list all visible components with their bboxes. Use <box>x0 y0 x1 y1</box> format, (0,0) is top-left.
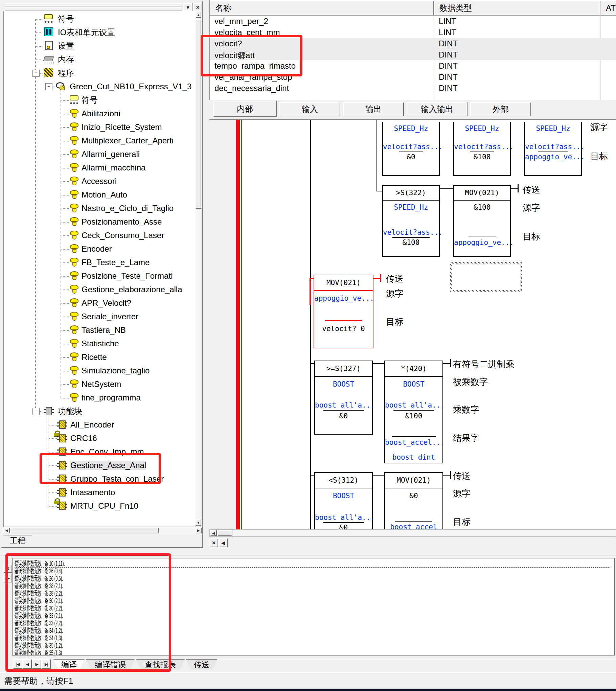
tree-item-fine_programma[interactable]: fine_programma <box>4 391 195 404</box>
instruction-block-speed3[interactable]: SPEED_Hz velocit?ass... appoggio_ve... <box>524 122 582 176</box>
tree-item-Accessori[interactable]: Accessori <box>4 175 195 188</box>
table-row-dec_necessaria_dint[interactable]: dec_necessaria_dintDINT <box>210 83 616 94</box>
tree-guide-stub <box>48 452 57 452</box>
tree-item-MRTU_CPU_Fn10[interactable]: MRTU_CPU_Fn10 <box>4 499 195 513</box>
output-tab-传送[interactable]: 传送 <box>186 659 217 670</box>
tab-project[interactable]: 工程 <box>3 535 32 545</box>
table-row-velocit郷att[interactable]: velocit郷attDINT <box>210 49 616 60</box>
tree-item-FB_Teste_e_Lame[interactable]: FB_Teste_e_Lame <box>4 256 195 269</box>
table-row-velocit?[interactable]: velocit?DINT <box>210 38 616 49</box>
instruction-block-mul[interactable]: *(420) BOOST boost all'a... &100 boost_a… <box>384 360 443 463</box>
tab-输入输出[interactable]: 输入输出 <box>406 102 467 116</box>
table-row-velocita_cent_mm[interactable]: velocita_cent_mmLINT <box>210 27 616 38</box>
error-line[interactable]: 错误:操作数无效. 条 10 (1,11). <box>15 560 610 567</box>
tree-item-功能块[interactable]: −功能块 <box>4 404 195 418</box>
column-header-name[interactable]: 名称 <box>210 1 434 16</box>
prev-page-icon[interactable]: ◀ <box>22 659 32 669</box>
tree-item-Gestione_Asse_Anal[interactable]: Gestione_Asse_Anal <box>4 459 195 472</box>
tree-item-APR_Velocit?[interactable]: APR_Velocit? <box>4 296 195 310</box>
instruction-block-mov2[interactable]: MOV(021) &0 boost_accel <box>384 472 443 529</box>
tree-item-Motion_Auto[interactable]: Motion_Auto <box>4 188 195 202</box>
instruction-block-speed2[interactable]: SPEED_Hz velocit?ass... &100 <box>453 122 511 176</box>
tree-item-Nastro_e_Ciclo_di_Taglio[interactable]: Nastro_e_Ciclo_di_Taglio <box>4 202 195 215</box>
tree-item-IO表和单元设置[interactable]: IO表和单元设置 <box>4 26 195 39</box>
error-line[interactable]: 错误:操作数无效. 条 28 (2,2). <box>15 589 610 597</box>
tree-item-Intasamento[interactable]: Intasamento <box>4 486 195 499</box>
tree-item-符号[interactable]: 符号 <box>4 12 195 26</box>
tree-item-Simulazione_taglio[interactable]: Simulazione_taglio <box>4 364 195 377</box>
instruction-block-lt[interactable]: <S(312) BOOST boost all'a... &0 <box>314 472 373 529</box>
tree-item-符号[interactable]: 符号 <box>4 93 195 107</box>
error-line[interactable]: 错误:操作数无效. 条 34 (1,2). <box>15 627 610 634</box>
column-header-datatype[interactable]: 数据类型 <box>434 1 600 16</box>
tab-内部[interactable]: 内部 <box>213 101 277 117</box>
tree-item-Seriale_inverter[interactable]: Seriale_inverter <box>4 310 195 324</box>
tab-外部[interactable]: 外部 <box>470 102 531 116</box>
tree-item-Tastiera_NB[interactable]: Tastiera_NB <box>4 324 195 337</box>
tree-item-Green_Cut_NB10_Express_V1_3[interactable]: −Green_Cut_NB10_Express_V1_3 <box>4 80 195 93</box>
instruction-block-mov[interactable]: MOV(021) &100 appoggio_ve... <box>453 185 511 257</box>
tab-输入[interactable]: 输入 <box>280 102 340 116</box>
ladder-horizontal-scrollbar[interactable]: ◀ <box>210 529 616 537</box>
tree-item-Allarmi_macchina[interactable]: Allarmi_macchina <box>4 161 195 175</box>
instruction-block-speed1[interactable]: SPEED_Hz velocit?ass... &0 <box>382 122 440 176</box>
error-line[interactable]: 错误:操作数无效. 条 34 (1,3). <box>15 634 610 642</box>
tree-item-Multiplexer_Carter_Aperti[interactable]: Multiplexer_Carter_Aperti <box>4 134 195 148</box>
tree-item-Ricette[interactable]: Ricette <box>4 350 195 364</box>
ladder-editor[interactable]: SPEED_Hz velocit?ass... &0 SPEED_Hz velo… <box>210 119 616 529</box>
pane-close-icon[interactable]: ✕ <box>210 538 218 547</box>
tree-item-Inizio_Ricette_System[interactable]: Inizio_Ricette_System <box>4 120 195 134</box>
output-tab-编译[interactable]: 编译 <box>53 659 85 670</box>
expand-collapse-icon[interactable]: − <box>45 83 52 90</box>
tree-item-Abilitazioni[interactable]: Abilitazioni <box>4 107 195 120</box>
tree-item-Enc_Conv_Imp_mm[interactable]: Enc_Conv_Imp_mm <box>4 445 195 459</box>
compile-error-list[interactable]: 错误:操作数无效. 条 10 (1,11).错误:操作数无效. 条 26 (0,… <box>12 558 615 655</box>
output-tab-查找报表[interactable]: 查找报表 <box>136 659 185 670</box>
instruction-block-gt[interactable]: >S(322) SPEED_Hz velocit?ass... &100 <box>382 185 440 257</box>
tree-item-CRC16[interactable]: CRC16 <box>4 431 195 445</box>
expand-collapse-icon[interactable]: − <box>32 408 40 415</box>
tree-item-NetSystem[interactable]: NetSystem <box>4 377 195 391</box>
tree-item-Posizione_Teste_Formati[interactable]: Posizione_Teste_Formati <box>4 269 195 283</box>
output-scroll-up-icon[interactable]: ✕ <box>3 564 12 573</box>
error-line[interactable]: 错误:操作数无效. 条 26 (0,4). <box>15 567 610 575</box>
column-header-at[interactable]: AT <box>600 1 616 16</box>
chevron-down-icon[interactable]: ▼ <box>183 3 193 12</box>
table-row-vel_mm_per_2[interactable]: vel_mm_per_2LINT <box>210 16 616 27</box>
table-row-vel_anal_rampa_stop[interactable]: vel_anal_rampa_stopDINT <box>210 71 616 83</box>
tree-item-Gestione_elaborazione_alla[interactable]: Gestione_elaborazione_alla <box>4 283 195 296</box>
tree-item-程序[interactable]: −程序 <box>4 66 195 80</box>
tree-vertical-scrollbar[interactable]: ▲ ▼ <box>195 11 202 526</box>
error-line[interactable]: 错误:操作数无效. 条 33 (2,1). <box>15 612 610 619</box>
error-line[interactable]: 错误:操作数无效. 条 30 (2,2). <box>15 604 610 612</box>
instruction-block-ge[interactable]: >=S(327) BOOST boost all'a... &0 <box>314 360 373 434</box>
last-page-icon[interactable]: ▶| <box>41 659 51 669</box>
first-page-icon[interactable]: |◀ <box>13 659 22 669</box>
tree-item-Ceck_Consumo_Laser[interactable]: Ceck_Consumo_Laser <box>4 229 195 242</box>
error-line[interactable]: 错误:操作数无效. 条 33 (2,2). <box>15 619 610 627</box>
tree-item-Statistiche[interactable]: Statistiche <box>4 337 195 350</box>
output-tab-编译错误[interactable]: 编译错误 <box>86 659 135 670</box>
titlebar-gripper[interactable] <box>5 3 182 10</box>
error-line[interactable]: 错误:操作数无效. 条 35 (1,3) <box>15 649 610 655</box>
error-line[interactable]: 错误:操作数无效. 条 26 (0,5). <box>15 575 610 582</box>
close-icon[interactable]: ✕ <box>193 3 202 12</box>
pane-prev-icon[interactable]: ◀ <box>219 538 228 547</box>
output-scroll-down-icon[interactable]: ▶ <box>3 574 12 582</box>
tree-item-内存[interactable]: 内存 <box>4 53 195 66</box>
tab-输出[interactable]: 输出 <box>343 102 404 116</box>
tree-item-All_Encoder[interactable]: All_Encoder <box>4 418 195 431</box>
tree-item-Encoder[interactable]: Encoder <box>4 242 195 256</box>
table-row-tempo_rampa_rimasto[interactable]: tempo_rampa_rimastoDINT <box>210 60 616 71</box>
error-line[interactable]: 错误:操作数无效. 条 28 (2,1). <box>15 582 610 589</box>
tree-horizontal-scrollbar[interactable]: ◀ ▶ <box>3 527 202 534</box>
error-line[interactable]: 错误:操作数无效. 条 30 (2,1). <box>15 597 610 604</box>
tree-item-Allarmi_generali[interactable]: Allarmi_generali <box>4 148 195 161</box>
tree-item-Gruppo_Testa_con_Laser[interactable]: Gruppo_Testa_con_Laser <box>4 472 195 486</box>
next-page-icon[interactable]: ▶ <box>32 659 41 669</box>
tree-item-设置[interactable]: 设置 <box>4 39 195 53</box>
error-line[interactable]: 错误:操作数无效. 条 35 (1,2). <box>15 642 610 649</box>
expand-collapse-icon[interactable]: − <box>32 70 40 77</box>
instruction-block-mov-error[interactable]: MOV(021) appoggio_ve... velocit? 0 <box>313 275 373 348</box>
tree-item-Posizionamento_Asse[interactable]: Posizionamento_Asse <box>4 215 195 229</box>
